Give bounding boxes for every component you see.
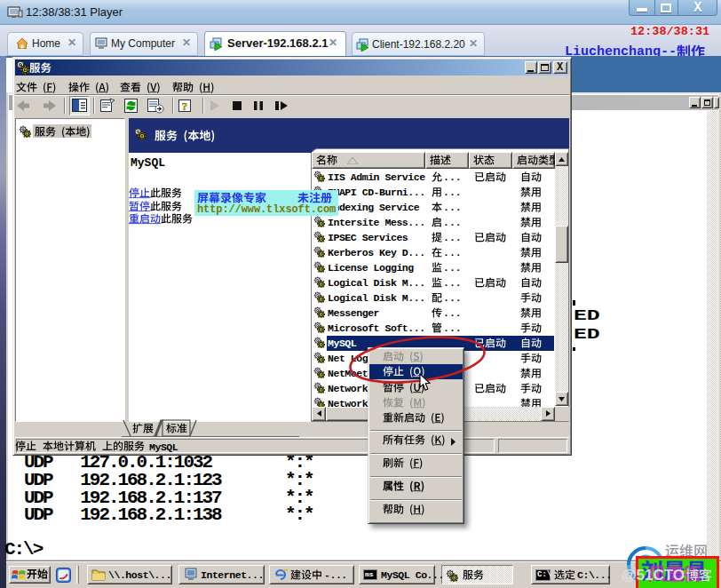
svg-text:?: ? [182, 99, 188, 113]
